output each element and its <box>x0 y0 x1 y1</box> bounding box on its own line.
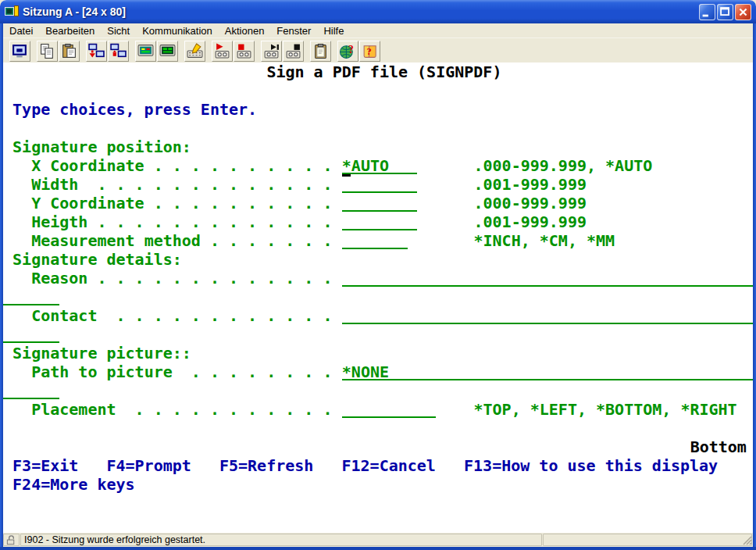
values-y-coordinate: .000-999.999 <box>474 194 587 212</box>
record-macro-icon[interactable] <box>212 41 233 62</box>
x-coordinate-field[interactable]: *AUTO <box>342 156 417 174</box>
function-keys-line-1: F3=Exit F4=Prompt F5=Refresh F12=Cancel … <box>12 456 718 475</box>
label-placement: Placement . . . . . . . . . . . <box>31 400 332 419</box>
title-bar[interactable]: Sitzung A - [24 x 80] <box>0 0 756 23</box>
contact-field-continuation[interactable] <box>3 325 59 343</box>
bottom-indicator: Bottom <box>690 438 747 456</box>
label-x-coordinate: X Coordinate . . . . . . . . . . <box>31 156 332 175</box>
toolbar: ?? <box>3 38 753 63</box>
menu-aktionen[interactable]: Aktionen <box>219 24 271 38</box>
function-keys-line-2: F24=More keys <box>12 475 135 494</box>
session-window-icon[interactable] <box>9 41 30 62</box>
close-button[interactable] <box>735 4 751 20</box>
label-heigth: Heigth . . . . . . . . . . . . . <box>31 212 332 231</box>
section-signature-picture: Signature picture:: <box>12 344 191 362</box>
receive-file-icon[interactable] <box>108 41 129 62</box>
values-heigth: .001-999.999 <box>474 212 587 231</box>
heigth-field[interactable] <box>342 212 417 230</box>
values-placement: *TOP, *LEFT, *BOTTOM, *RIGHT <box>474 400 737 419</box>
paste-icon[interactable] <box>59 41 80 62</box>
connection-icon <box>3 534 20 546</box>
path-to-picture-field-continuation[interactable] <box>3 381 59 399</box>
maximize-button[interactable] <box>717 4 733 20</box>
window-border-right <box>753 23 756 550</box>
measurement-method-field[interactable] <box>342 231 408 249</box>
instruction-line: Type choices, press Enter. <box>12 100 257 119</box>
label-contact: Contact . . . . . . . . . . . . <box>31 306 332 325</box>
section-signature-details: Signature details: <box>12 250 182 269</box>
quit-macro-icon[interactable] <box>283 41 304 62</box>
send-file-icon[interactable] <box>86 41 107 62</box>
path-to-picture-field[interactable]: *NONE <box>342 362 753 380</box>
resize-grip[interactable] <box>741 534 752 545</box>
session-icon <box>5 5 19 19</box>
copy-icon[interactable] <box>37 41 58 62</box>
values-x-coordinate: .000-999.999, *AUTO <box>474 156 653 175</box>
label-reason: Reason . . . . . . . . . . . . . <box>31 269 332 288</box>
values-measurement-method: *INCH, *CM, *MM <box>474 231 615 250</box>
reason-field[interactable] <box>342 269 753 287</box>
status-bar: I902 - Sitzung wurde erfolgreich gestart… <box>3 533 753 547</box>
reason-field-continuation[interactable] <box>3 288 59 305</box>
application-window: Sitzung A - [24 x 80] DateiBearbeitenSic… <box>0 0 756 550</box>
help-icon[interactable]: ? <box>359 41 380 62</box>
menu-bearbeiten[interactable]: Bearbeiten <box>39 24 101 38</box>
menu-bar: DateiBearbeitenSichtKommunikationAktione… <box>3 23 753 38</box>
stop-record-icon[interactable] <box>234 41 255 62</box>
menu-sicht[interactable]: Sicht <box>101 24 136 38</box>
terminal-screen[interactable]: *AUTO*NONESign a PDF file (SIGNPDF)Type … <box>3 62 753 533</box>
menu-datei[interactable]: Datei <box>3 24 39 38</box>
width-field[interactable] <box>342 175 417 193</box>
y-coordinate-field[interactable] <box>342 194 417 212</box>
menu-hilfe[interactable]: Hilfe <box>317 24 350 38</box>
status-extra-cell <box>543 534 752 546</box>
window-border-bottom <box>0 547 756 550</box>
clipboard-icon[interactable] <box>310 41 331 62</box>
screen-title: Sign a PDF file (SIGNPDF) <box>266 62 501 81</box>
menu-kommunikation[interactable]: Kommunikation <box>136 24 219 38</box>
label-path-to-picture: Path to picture . . . . . . . . <box>31 362 332 381</box>
label-y-coordinate: Y Coordinate . . . . . . . . . . <box>31 194 332 212</box>
window-border-left <box>0 23 3 550</box>
svg-text:?: ? <box>348 44 354 55</box>
status-message: I902 - Sitzung wurde erfolgreich gestart… <box>20 534 542 546</box>
display-setup-icon[interactable] <box>135 41 156 62</box>
contact-field[interactable] <box>342 306 753 324</box>
svg-text:?: ? <box>367 46 372 57</box>
label-measurement-method: Measurement method . . . . . . . <box>31 231 332 250</box>
display-colors-icon[interactable] <box>157 41 178 62</box>
values-width: .001-999.999 <box>474 175 587 194</box>
placement-field[interactable] <box>342 400 437 418</box>
keyboard-remap-icon[interactable] <box>184 41 205 62</box>
menu-fenster[interactable]: Fenster <box>270 24 317 38</box>
label-width: Width . . . . . . . . . . . . . <box>31 175 332 194</box>
web-help-icon[interactable]: ? <box>337 41 358 62</box>
text-cursor <box>342 174 351 177</box>
section-signature-position: Signature position: <box>12 138 191 156</box>
minimize-button[interactable] <box>699 4 715 20</box>
window-title: Sitzung A - [24 x 80] <box>23 5 699 18</box>
play-macro-icon[interactable] <box>261 41 282 62</box>
